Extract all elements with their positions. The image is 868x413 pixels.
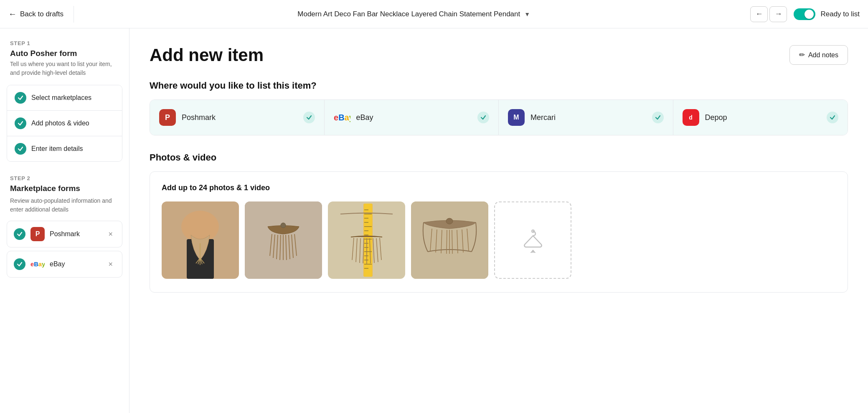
photo-upload-placeholder[interactable]: [494, 201, 571, 279]
sidebar-item-enter-item-details[interactable]: Enter item details: [7, 136, 122, 161]
hanger-upload-icon: [520, 228, 546, 253]
pencil-icon: ✏: [799, 51, 805, 59]
main-header: Add new item ✏ Add notes: [150, 45, 848, 65]
svg-line-57: [452, 230, 452, 254]
step2-ebay-row[interactable]: eBay eBay ×: [7, 251, 122, 278]
step2-title: Marketplace forms: [0, 184, 129, 193]
mp-mercari-icon: M: [508, 109, 525, 126]
sidebar: STEP 1 Auto Posher form Tell us where yo…: [0, 28, 129, 413]
svg-text:eBay: eBay: [30, 261, 45, 268]
mp-ebay-name: eBay: [356, 113, 373, 122]
step2-poshmark-label: Poshmark: [50, 230, 101, 238]
arrow-left-icon: ←: [8, 9, 17, 19]
main-content: Add new item ✏ Add notes Where would you…: [129, 28, 868, 413]
mp-mercari-name: Mercari: [530, 113, 556, 122]
mp-poshmark-left: P Poshmark: [159, 109, 216, 126]
mp-depop-check: [827, 112, 838, 123]
step1-item1-label: Select marketplaces: [31, 94, 91, 102]
photos-section-title: Photos & video: [150, 152, 848, 163]
nav-divider: [74, 6, 74, 23]
marketplace-option-poshmark[interactable]: P Poshmark: [150, 100, 325, 135]
step1-item3-label: Enter item details: [31, 145, 83, 153]
marketplace-question: Where would you like to list this item?: [150, 80, 848, 91]
step2-section: STEP 2 Marketplace forms Review auto-pop…: [0, 173, 129, 278]
step2-poshmark-icon: P: [30, 227, 45, 241]
step1-title: Auto Posher form: [0, 49, 129, 58]
step2-ebay-icon: eBay: [30, 257, 45, 271]
mp-ebay-icon: eBay: [334, 109, 350, 126]
step2-poshmark-remove-button[interactable]: ×: [106, 229, 115, 240]
check-icon-add-photos: [15, 117, 26, 129]
ready-to-list-toggle[interactable]: [794, 8, 815, 20]
mp-poshmark-check: [303, 112, 315, 123]
svg-point-22: [281, 223, 286, 228]
step2-ebay-check: [14, 258, 25, 270]
mp-poshmark-icon: P: [159, 109, 176, 126]
sidebar-item-add-photos-video[interactable]: Add photos & video: [7, 111, 122, 136]
step2-label: STEP 2: [0, 175, 129, 181]
back-to-drafts-button[interactable]: ← Back to drafts: [8, 9, 63, 19]
step2-ebay-label: eBay: [50, 260, 101, 268]
main-layout: STEP 1 Auto Posher form Tell us where yo…: [0, 28, 868, 413]
listing-title: Modern Art Deco Fan Bar Necklace Layered…: [297, 10, 520, 18]
photos-box: Add up to 24 photos & 1 video: [150, 171, 848, 293]
svg-point-3: [181, 211, 219, 242]
photos-section: Photos & video Add up to 24 photos & 1 v…: [150, 152, 848, 293]
svg-rect-25: [364, 204, 372, 277]
toggle-knob: [805, 10, 814, 19]
next-listing-button[interactable]: →: [769, 6, 787, 22]
nav-arrows: ← →: [750, 6, 787, 22]
page-title: Add new item: [150, 45, 264, 65]
top-navigation: ← Back to drafts Modern Art Deco Fan Bar…: [0, 0, 868, 28]
step1-item2-label: Add photos & video: [31, 120, 89, 127]
svg-line-55: [447, 230, 447, 254]
step1-desc: Tell us where you want to list your item…: [0, 60, 129, 77]
prev-listing-button[interactable]: ←: [750, 6, 768, 22]
step1-items: Select marketplaces Add photos & video E…: [7, 85, 122, 162]
nav-title-area: Modern Art Deco Fan Bar Necklace Layered…: [84, 10, 744, 18]
step2-poshmark-row[interactable]: P Poshmark ×: [7, 221, 122, 247]
photos-grid: [162, 201, 836, 279]
step2-poshmark-check: [14, 228, 25, 240]
check-icon-item-details: [15, 143, 26, 155]
marketplace-option-mercari[interactable]: M Mercari: [499, 100, 673, 135]
mp-mercari-left: M Mercari: [508, 109, 556, 126]
photo-4[interactable]: [411, 201, 488, 279]
step2-desc: Review auto-populated information and en…: [0, 195, 129, 221]
svg-point-61: [446, 218, 453, 224]
mp-mercari-check: [652, 112, 664, 123]
mp-ebay-left: eBay eBay: [334, 109, 373, 126]
back-label: Back to drafts: [20, 10, 63, 18]
mp-depop-icon: d: [683, 109, 699, 126]
svg-text:eBay: eBay: [334, 113, 350, 122]
mp-depop-name: Depop: [705, 113, 727, 122]
photo-3[interactable]: [328, 201, 405, 279]
marketplace-selector: P Poshmark eBay eB: [150, 99, 848, 135]
check-icon-select-marketplaces: [15, 92, 26, 104]
mp-poshmark-name: Poshmark: [182, 113, 216, 122]
step1-label: STEP 1: [0, 40, 129, 46]
step2-marketplace-rows: P Poshmark × eBay eBay: [7, 221, 122, 278]
photos-box-title: Add up to 24 photos & 1 video: [162, 184, 836, 192]
add-notes-label: Add notes: [808, 51, 838, 59]
add-notes-button[interactable]: ✏ Add notes: [789, 45, 848, 65]
marketplace-option-ebay[interactable]: eBay eBay: [325, 100, 499, 135]
photo-1[interactable]: [162, 201, 239, 279]
ready-to-list-area: Ready to list: [794, 8, 860, 20]
ready-to-list-label: Ready to list: [820, 10, 860, 18]
step2-ebay-remove-button[interactable]: ×: [106, 259, 115, 270]
sidebar-item-select-marketplaces[interactable]: Select marketplaces: [7, 85, 122, 111]
marketplace-option-depop[interactable]: d Depop: [673, 100, 848, 135]
title-dropdown-icon[interactable]: ▼: [524, 11, 530, 18]
mp-ebay-check: [477, 112, 489, 123]
mp-depop-left: d Depop: [683, 109, 727, 126]
photo-2[interactable]: [245, 201, 322, 279]
